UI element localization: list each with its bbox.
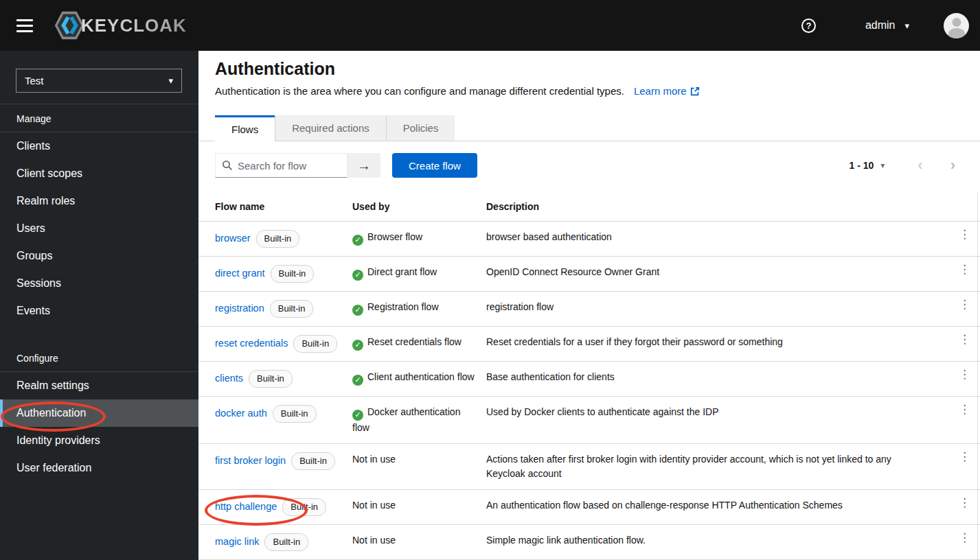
flow-link-clients[interactable]: clients (215, 373, 243, 384)
sidebar-item-groups[interactable]: Groups (0, 242, 198, 270)
help-icon[interactable]: ? (801, 19, 816, 33)
flow-link-browser[interactable]: browser (215, 233, 251, 244)
realm-selector[interactable]: Test ▾ (16, 69, 182, 93)
pagination: 1 - 10 ▾ ‹ › (850, 158, 964, 173)
column-header-actions (940, 193, 970, 207)
used-by-text: Not in use (352, 454, 396, 465)
tab-policies[interactable]: Policies (387, 115, 455, 141)
used-by-text: Registration flow (367, 301, 439, 312)
flow-link-docker-auth[interactable]: docker auth (215, 408, 267, 419)
search-submit-button[interactable]: → (347, 153, 380, 178)
tab-required-actions[interactable]: Required actions (275, 115, 387, 141)
flow-row-browser: browserBuilt-in✓Browser flowbrowser base… (198, 222, 980, 257)
built-in-badge: Built-in (291, 452, 335, 470)
sidebar-nav: ManageClientsClient scopesRealm rolesUse… (0, 104, 198, 482)
kebab-menu-button[interactable]: ⋮ (959, 222, 970, 242)
column-header-used-by: Used by (352, 193, 486, 221)
flow-link-direct-grant[interactable]: direct grant (215, 268, 265, 279)
nav-section-label: Configure (0, 344, 198, 372)
used-by-text: Not in use (352, 500, 396, 511)
hamburger-menu-icon[interactable] (16, 19, 33, 32)
flow-row-registration: registrationBuilt-in✓Registration flowre… (198, 292, 980, 327)
arrow-right-icon: → (357, 158, 371, 173)
flow-link-first-broker-login[interactable]: first broker login (215, 455, 286, 466)
flow-description: Base authentication for clients (486, 362, 940, 393)
table-body: browserBuilt-in✓Browser flowbrowser base… (198, 222, 980, 560)
pagination-options-toggle[interactable]: ▾ (880, 161, 885, 170)
chevron-down-icon: ▾ (168, 75, 173, 86)
sidebar-item-events[interactable]: Events (0, 297, 198, 325)
flow-row-first-broker-login: first broker loginBuilt-inNot in useActi… (198, 444, 980, 490)
flow-row-magic-link: magic linkBuilt-inNot in useSimple magic… (198, 525, 980, 560)
flow-row-docker-auth: docker authBuilt-in✓Docker authenticatio… (198, 397, 980, 444)
sidebar-item-authentication[interactable]: Authentication (0, 399, 198, 427)
column-header-flow-name: Flow name (215, 193, 352, 221)
built-in-badge: Built-in (264, 533, 308, 551)
top-bar: KEYCLOAK ? admin ▾ (0, 0, 980, 51)
flow-name-cell: registrationBuilt-in (215, 292, 352, 326)
flow-description: Actions taken after first broker login w… (486, 444, 940, 489)
avatar[interactable] (944, 13, 969, 38)
search-input[interactable] (238, 160, 341, 172)
kebab-menu-button[interactable]: ⋮ (959, 292, 970, 312)
flow-description: registration flow (486, 292, 940, 323)
check-circle-icon: ✓ (352, 305, 363, 316)
used-by-cell: ✓Reset credentials flow (352, 327, 486, 359)
page-subtitle: Authentication is the area where you can… (215, 85, 964, 97)
flow-name-cell: clientsBuilt-in (215, 362, 352, 396)
kebab-menu-button[interactable]: ⋮ (959, 362, 970, 382)
flow-description: Used by Docker clients to authenticate a… (486, 397, 940, 428)
user-menu[interactable]: admin ▾ (865, 19, 909, 32)
sidebar-item-realm-roles[interactable]: Realm roles (0, 187, 198, 215)
flow-name-cell: direct grantBuilt-in (215, 257, 352, 291)
flow-name-cell: first broker loginBuilt-in (215, 444, 352, 478)
sidebar-item-users[interactable]: Users (0, 215, 198, 242)
flow-description: An authentication flow based on challeng… (486, 490, 940, 522)
table-header-row: Flow nameUsed byDescription (198, 193, 980, 222)
built-in-badge: Built-in (282, 498, 326, 516)
flow-link-registration[interactable]: registration (215, 303, 264, 314)
used-by-text: Client authentication flow (367, 371, 475, 382)
flow-link-reset-credentials[interactable]: reset credentials (215, 338, 288, 349)
column-header-description: Description (486, 193, 940, 221)
check-circle-icon: ✓ (352, 375, 363, 386)
flow-name-cell: magic linkBuilt-in (215, 525, 352, 559)
pagination-next-button[interactable]: › (950, 158, 955, 173)
sidebar-item-realm-settings[interactable]: Realm settings (0, 372, 198, 399)
external-link-icon (690, 86, 700, 96)
nav-section-manage: ManageClientsClient scopesRealm rolesUse… (0, 104, 198, 325)
used-by-cell: Not in use (352, 490, 486, 522)
check-circle-icon: ✓ (352, 410, 363, 421)
kebab-menu-button[interactable]: ⋮ (959, 525, 970, 545)
create-flow-button[interactable]: Create flow (392, 153, 477, 178)
flow-name-cell: http challengeBuilt-in (215, 490, 352, 524)
kebab-menu-button[interactable]: ⋮ (959, 257, 970, 277)
toolbar: → Create flow 1 - 10 ▾ ‹ › (198, 141, 980, 178)
sidebar-item-identity-providers[interactable]: Identity providers (0, 427, 198, 454)
nav-section-label: Manage (0, 104, 198, 132)
used-by-cell: ✓Browser flow (352, 222, 486, 254)
kebab-menu-button[interactable]: ⋮ (959, 444, 970, 464)
tab-flows[interactable]: Flows (215, 115, 275, 141)
sidebar-item-user-federation[interactable]: User federation (0, 454, 198, 482)
pagination-prev-button[interactable]: ‹ (918, 158, 922, 173)
search-icon (222, 160, 233, 171)
page-header: Authentication Authentication is the are… (198, 51, 980, 97)
table-right-border (977, 193, 978, 560)
username: admin (865, 19, 896, 32)
built-in-badge: Built-in (273, 405, 317, 423)
used-by-text: Browser flow (367, 231, 422, 242)
flow-link-magic-link[interactable]: magic link (215, 536, 259, 547)
sidebar-item-client-scopes[interactable]: Client scopes (0, 160, 198, 187)
search-group: → (215, 153, 380, 178)
flow-description: Simple magic link authentication flow. (486, 525, 940, 557)
sidebar-item-clients[interactable]: Clients (0, 132, 198, 160)
flow-link-http-challenge[interactable]: http challenge (215, 501, 277, 512)
sidebar-item-sessions[interactable]: Sessions (0, 270, 198, 297)
kebab-menu-button[interactable]: ⋮ (959, 397, 970, 417)
kebab-menu-button[interactable]: ⋮ (959, 327, 970, 347)
used-by-cell: ✓Docker authentication flow (352, 397, 486, 443)
learn-more-link[interactable]: Learn more (634, 85, 700, 97)
flow-description: browser based authentication (486, 222, 940, 253)
kebab-menu-button[interactable]: ⋮ (959, 490, 970, 510)
